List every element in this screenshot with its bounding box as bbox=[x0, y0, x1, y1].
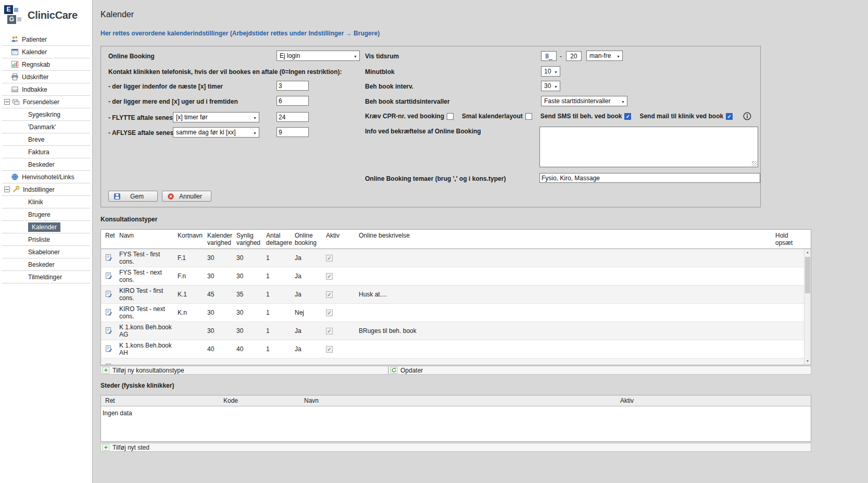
sidebar-subitem-label: Sygesikring bbox=[28, 111, 60, 118]
collapse-minus-icon[interactable] bbox=[4, 187, 10, 192]
info-confirmation-textarea[interactable] bbox=[539, 127, 758, 167]
minutblok-select[interactable]: 10 bbox=[541, 66, 560, 77]
col-online-beskrivelse: Online beskrivelse bbox=[359, 230, 775, 249]
send-mail-checkbox-label: Send mail til klinik ved book bbox=[639, 113, 723, 120]
konsultationstyper-body: FYS Test - first cons.F.130301JaFYS Test… bbox=[101, 249, 804, 365]
sidebar-subitem-klinik[interactable]: Klinik bbox=[2, 196, 90, 208]
sidebar-item-label: Kalender bbox=[22, 48, 47, 56]
app-logo[interactable]: E G ClinicCare bbox=[0, 0, 92, 33]
resize-grip-icon[interactable] bbox=[752, 161, 757, 166]
send-sms-checkbox-item: Send SMS til beh. ved book bbox=[540, 113, 632, 120]
smal-layout-checkbox[interactable] bbox=[525, 113, 532, 120]
scroll-thumb[interactable] bbox=[805, 257, 810, 293]
temaer-label: Online Booking temaer (brug ',' og i kon… bbox=[365, 175, 506, 182]
aktiv-checkbox[interactable] bbox=[326, 309, 333, 316]
edit-row-icon[interactable] bbox=[105, 290, 112, 298]
sidebar-subitem-beskeder[interactable]: Beskeder bbox=[2, 258, 90, 271]
cell-navn: KIRO Test - first cons. bbox=[119, 287, 178, 302]
sidebar-item-indstillinger[interactable]: Indstillinger bbox=[2, 183, 90, 196]
sidebar-subitem-danmark[interactable]: 'Danmark' bbox=[2, 121, 90, 133]
sidebar-item-regnskab[interactable]: Regnskab bbox=[2, 58, 90, 71]
sidebar-subitem-label: Tilmeldinger bbox=[28, 274, 62, 281]
cell-beskrivelse: BRuges til beh. book bbox=[359, 327, 775, 335]
sidebar-subitem-brugere[interactable]: Brugere bbox=[2, 208, 90, 221]
edit-row-icon[interactable] bbox=[105, 272, 112, 279]
edit-row-icon[interactable] bbox=[105, 363, 112, 365]
konsultationstype-row: FYS Test - next cons.F.n30301Ja bbox=[101, 267, 804, 286]
sidebar-item-label: Indbakke bbox=[22, 86, 47, 93]
cell-kortnavn: F.1 bbox=[178, 254, 207, 262]
add-sted-button[interactable]: Tilføj nyt sted bbox=[100, 443, 811, 452]
flytte-input[interactable] bbox=[276, 112, 309, 122]
col-ret: Ret bbox=[101, 230, 119, 249]
col-synlig-varighed: Synlig varighed bbox=[236, 230, 266, 249]
hours-restriction-input[interactable] bbox=[276, 81, 309, 91]
aktiv-checkbox[interactable] bbox=[326, 255, 333, 262]
aktiv-checkbox[interactable] bbox=[326, 346, 333, 353]
edit-row-icon[interactable] bbox=[105, 308, 112, 316]
sidebar-item-forsendelser[interactable]: Forsendelser bbox=[2, 96, 90, 108]
cell-ret bbox=[101, 272, 119, 281]
sidebar-item-udskrifter[interactable]: Udskrifter bbox=[2, 71, 90, 83]
cancel-button[interactable]: Annuller bbox=[162, 191, 211, 202]
sidebar-subitem-skabeloner[interactable]: Skabeloner bbox=[2, 246, 90, 258]
flytte-select[interactable]: [x] timer før bbox=[173, 112, 259, 122]
sidebar-subitem-beskeder[interactable]: Beskeder bbox=[2, 158, 90, 171]
cell-ret bbox=[101, 327, 119, 336]
opdater-button[interactable]: Opdater bbox=[388, 366, 811, 375]
aktiv-checkbox[interactable] bbox=[326, 328, 333, 335]
send-mail-checkbox[interactable] bbox=[726, 113, 733, 120]
sidebar-subitem-sygesikring[interactable]: Sygesikring bbox=[2, 108, 90, 121]
vertical-scrollbar[interactable] bbox=[804, 249, 811, 365]
flytte-select-value: [x] timer før bbox=[176, 114, 252, 121]
aflyse-select-value: samme dag før kl [xx] bbox=[176, 129, 252, 136]
beh-book-interv-select[interactable]: 30 bbox=[541, 81, 560, 91]
save-button[interactable]: Gem bbox=[108, 191, 158, 202]
smal-layout-checkbox-label: Smal kalenderlayout bbox=[462, 113, 523, 120]
sidebar-item-kalender[interactable]: Kalender bbox=[2, 46, 90, 58]
edit-row-icon[interactable] bbox=[105, 254, 112, 261]
tidsrum-from-input[interactable] bbox=[541, 51, 557, 61]
edit-row-icon[interactable] bbox=[105, 327, 112, 334]
cpr-checkbox[interactable] bbox=[447, 113, 454, 120]
tidsrum-days-select[interactable]: man-fre bbox=[586, 51, 623, 61]
cell-online: Ja bbox=[295, 345, 326, 353]
aflyse-input[interactable] bbox=[276, 127, 309, 137]
col-aktiv: Aktiv bbox=[326, 230, 359, 249]
scroll-down-icon[interactable] bbox=[804, 358, 811, 365]
aktiv-checkbox[interactable] bbox=[326, 273, 333, 280]
steder-title: Steder (fysiske klinikker) bbox=[100, 382, 174, 389]
minutblok-value: 10 bbox=[544, 68, 553, 75]
tidsrum-to-input[interactable] bbox=[566, 51, 582, 61]
sidebar-subitem-kalender[interactable]: Kalender bbox=[2, 221, 90, 233]
steder-body: Ingen data bbox=[101, 406, 811, 420]
starttids-select[interactable]: Faste starttidsintervaller bbox=[541, 96, 627, 106]
refresh-icon bbox=[391, 367, 397, 374]
cell-navn: K 1.kons Beh.book AH bbox=[119, 342, 178, 356]
printer-icon bbox=[11, 73, 19, 81]
sidebar-subitem-label: Faktura bbox=[28, 148, 49, 156]
sidebar-item-patienter[interactable]: Patienter bbox=[2, 33, 90, 46]
sidebar-subitem-breve[interactable]: Breve bbox=[2, 133, 90, 146]
temaer-input[interactable] bbox=[539, 173, 760, 183]
online-booking-select[interactable]: Ej login bbox=[276, 51, 360, 61]
send-sms-checkbox[interactable] bbox=[624, 113, 631, 120]
edit-row-icon[interactable] bbox=[105, 345, 112, 352]
sidebar-item-henvisohotel-links[interactable]: Henvisohotel/Links bbox=[2, 171, 90, 183]
sidebar-item-indbakke[interactable]: Indbakke bbox=[2, 83, 90, 96]
sidebar-item-label: Forsendelser bbox=[23, 98, 59, 106]
booking-options-row: Kræv CPR-nr. ved booking Smal kalenderla… bbox=[365, 112, 751, 120]
sidebar-subitem-label: Prisliste bbox=[28, 236, 50, 243]
aflyse-select[interactable]: samme dag før kl [xx] bbox=[173, 127, 259, 138]
sidebar-subitem-faktura[interactable]: Faktura bbox=[2, 146, 90, 158]
info-icon[interactable] bbox=[743, 112, 751, 120]
collapse-minus-icon[interactable] bbox=[4, 99, 10, 105]
aktiv-checkbox[interactable] bbox=[326, 291, 333, 298]
sidebar-subitem-tilmeldinger[interactable]: Tilmeldinger bbox=[2, 271, 90, 283]
weeks-restriction-input[interactable] bbox=[276, 96, 309, 106]
sidebar-subitem-prisliste[interactable]: Prisliste bbox=[2, 233, 90, 246]
add-konsultationstype-button[interactable]: Tilføj ny konsultationstype bbox=[100, 366, 388, 375]
cell-ret bbox=[101, 345, 119, 354]
scroll-up-icon[interactable] bbox=[804, 249, 811, 256]
konsultationstype-row: K 1.kons Beh.book AH40401Ja bbox=[101, 340, 804, 358]
